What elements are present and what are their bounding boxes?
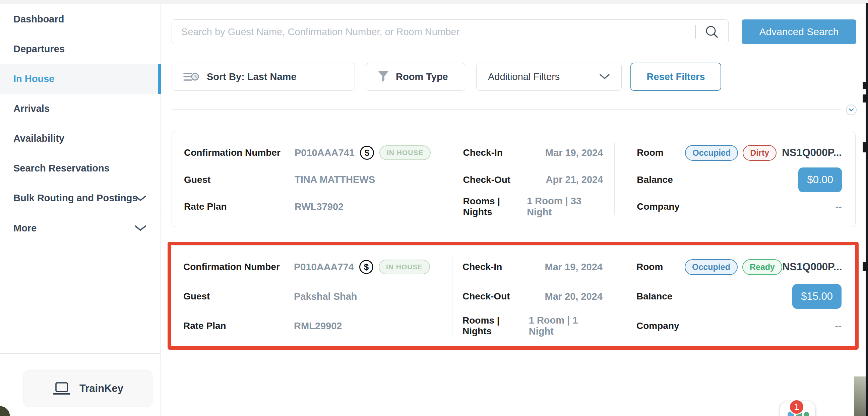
search-input[interactable]	[172, 20, 695, 44]
trainkey-label: TrainKey	[80, 383, 123, 394]
rooms-nights-value: 1 Room | 33 Night	[527, 196, 603, 218]
card-guest-column: Confirmation Number P010AAA774 $ IN HOUS…	[171, 246, 452, 346]
reservation-card[interactable]: Confirmation Number P010AAA741 $ IN HOUS…	[172, 131, 856, 227]
sidebar-item-label: Availability	[13, 133, 64, 144]
rooms-nights-value: 1 Room | 1 Night	[529, 315, 602, 337]
check-in-label: Check-In	[463, 262, 502, 272]
edge-artifact	[863, 82, 866, 89]
chevron-down-icon	[134, 195, 147, 202]
additional-filters-dropdown[interactable]: Additional Filters	[476, 63, 622, 91]
balance-badge[interactable]: $0.00	[798, 167, 842, 192]
guest-name: Pakshal Shah	[294, 291, 357, 302]
search-icon[interactable]	[704, 24, 719, 39]
rate-plan-value: RWL37902	[294, 201, 343, 212]
sidebar-item-dashboard[interactable]: Dashboard	[0, 4, 160, 34]
check-in-label: Check-In	[463, 148, 503, 158]
company-label: Company	[637, 321, 679, 331]
card-room-column: Room Occupied Dirty NS1Q000P... Balance …	[615, 131, 855, 227]
browser-top-strip	[0, 0, 868, 4]
sidebar-bottom-divider	[0, 353, 160, 354]
reservation-card[interactable]: Confirmation Number P010AAA774 $ IN HOUS…	[171, 245, 855, 346]
room-label: Room	[637, 148, 685, 158]
balance-label: Balance	[637, 174, 673, 185]
edge-artifact	[863, 142, 866, 152]
sidebar-item-label: More	[13, 223, 36, 234]
sidebar-item-label: Search Reservations	[13, 163, 110, 174]
additional-filters-label: Additional Filters	[488, 71, 560, 83]
section-divider	[172, 109, 841, 110]
check-out-date: Mar 20, 2024	[545, 291, 602, 302]
card-dates-column: Check-In Mar 19, 2024 Check-Out Apr 21, …	[453, 131, 615, 227]
sidebar-item-label: Arrivals	[13, 103, 50, 114]
stay-status-badge: IN HOUSE	[379, 146, 431, 160]
edge-artifact	[863, 262, 866, 271]
check-in-date: Mar 19, 2024	[545, 262, 602, 273]
guest-label: Guest	[184, 174, 294, 185]
laptop-icon	[53, 382, 71, 395]
confirmation-number-value: P010AAA741	[294, 148, 354, 158]
chevron-down-icon	[599, 74, 610, 80]
search-divider	[695, 25, 696, 38]
chevron-down-icon	[134, 225, 147, 231]
adjacent-window-edge	[866, 3, 868, 416]
confirmation-number-label: Confirmation Number	[184, 148, 294, 158]
sort-clock-icon	[183, 71, 199, 83]
rooms-nights-label: Rooms | Nights	[463, 196, 527, 217]
check-out-date: Apr 21, 2024	[546, 174, 603, 185]
advanced-search-button[interactable]: Advanced Search	[742, 20, 856, 44]
company-value: --	[835, 321, 841, 331]
sidebar-item-in-house[interactable]: In House	[0, 64, 160, 94]
guest-label: Guest	[183, 291, 294, 302]
notification-badge: 1	[789, 399, 804, 415]
room-number: NS1Q000P...	[782, 147, 842, 159]
rate-plan-value: RML29902	[294, 321, 342, 331]
app-window: Dashboard Departures In House Arrivals A…	[0, 0, 868, 416]
sort-by-button[interactable]: Sort By: Last Name	[172, 63, 355, 91]
sidebar-item-search-reservations[interactable]: Search Reservations	[0, 153, 160, 183]
balance-badge[interactable]: $15.00	[792, 284, 841, 309]
payment-dollar-icon[interactable]: $	[359, 260, 373, 274]
sidebar: Dashboard Departures In House Arrivals A…	[0, 4, 161, 416]
sidebar-item-more[interactable]: More	[0, 213, 160, 243]
sidebar-item-label: Departures	[13, 43, 65, 55]
room-number: NS1Q000P...	[782, 261, 842, 273]
housekeeping-status-badge: Ready	[742, 259, 782, 275]
occupancy-status-badge: Occupied	[685, 145, 738, 161]
card-room-column: Room Occupied Ready NS1Q000P... Balance …	[614, 246, 855, 346]
payment-dollar-icon[interactable]: $	[360, 146, 374, 160]
guest-name: TINA MATTHEWS	[294, 174, 375, 185]
company-label: Company	[637, 201, 680, 212]
rooms-nights-label: Rooms | Nights	[463, 315, 529, 337]
sidebar-item-departures[interactable]: Departures	[0, 34, 160, 64]
funnel-icon	[378, 71, 389, 83]
check-out-label: Check-Out	[463, 174, 511, 185]
sidebar-item-label: Bulk Routing and Postings	[13, 193, 138, 204]
chevron-down-icon	[848, 108, 854, 111]
notification-count: 1	[794, 402, 799, 412]
room-type-label: Room Type	[396, 71, 448, 83]
collapse-toggle-button[interactable]	[846, 104, 857, 115]
sidebar-item-label: Dashboard	[13, 14, 64, 25]
reset-filters-button[interactable]: Reset Filters	[630, 63, 721, 91]
room-label: Room	[637, 262, 685, 272]
rate-plan-label: Rate Plan	[183, 321, 294, 331]
sidebar-item-arrivals[interactable]: Arrivals	[0, 94, 160, 124]
highlight-red-border: Confirmation Number P010AAA774 $ IN HOUS…	[167, 242, 859, 350]
company-value: --	[836, 201, 842, 212]
check-in-date: Mar 19, 2024	[545, 148, 603, 158]
rate-plan-label: Rate Plan	[184, 201, 294, 212]
sidebar-item-bulk-routing-and-postings[interactable]: Bulk Routing and Postings	[0, 183, 160, 213]
trainkey-button[interactable]: TrainKey	[24, 370, 153, 407]
room-type-filter-button[interactable]: Room Type	[366, 63, 465, 91]
occupancy-status-badge: Occupied	[685, 259, 738, 275]
reset-filters-label: Reset Filters	[647, 71, 705, 83]
confirmation-number-label: Confirmation Number	[183, 262, 294, 272]
check-out-label: Check-Out	[463, 291, 510, 302]
card-guest-column: Confirmation Number P010AAA741 $ IN HOUS…	[172, 131, 453, 227]
search-box	[172, 20, 728, 44]
sort-by-label: Sort By: Last Name	[207, 71, 297, 83]
confirmation-number-value: P010AAA774	[294, 262, 354, 273]
wallpaper-corner	[0, 405, 13, 416]
sidebar-item-availability[interactable]: Availability	[0, 124, 160, 153]
edge-artifact	[863, 94, 866, 102]
